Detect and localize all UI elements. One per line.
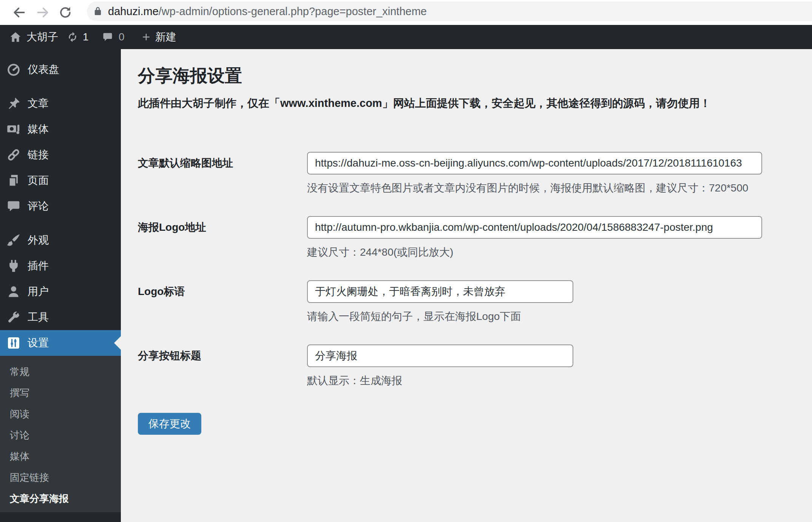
sidebar-item-comments[interactable]: 评论 [0, 193, 121, 219]
menu-separator [0, 219, 121, 227]
submenu-item-media[interactable]: 媒体 [0, 446, 121, 467]
page-title: 分享海报设置 [138, 64, 242, 88]
settings-page: 分享海报设置 此插件由大胡子制作，仅在「www.xintheme.com」网站上… [121, 49, 812, 522]
wp-admin-bar: 大胡子 1 0 新建 [0, 25, 812, 49]
sidebar-item-label: 工具 [28, 310, 49, 324]
field-label: Logo标语 [138, 280, 304, 303]
forward-icon[interactable] [36, 5, 50, 20]
admin-menu: 仪表盘 文章 媒体 [0, 49, 121, 512]
comments-icon [6, 199, 21, 214]
sidebar-item-plugins[interactable]: 插件 [0, 253, 121, 279]
screen: dahuzi.me/wp-admin/options-general.php?p… [0, 0, 812, 522]
menu-separator [0, 82, 121, 91]
settings-submenu: 常规 撰写 阅读 讨论 媒体 固定链接 文章分享海报 [0, 356, 121, 512]
comment-icon [102, 31, 113, 43]
site-name: 大胡子 [26, 30, 58, 44]
tools-icon [6, 310, 21, 325]
pushpin-icon [6, 96, 21, 111]
sidebar-item-label: 页面 [28, 173, 49, 188]
sidebar-item-users[interactable]: 用户 [0, 279, 121, 304]
admin-bar-site-link[interactable]: 大胡子 [9, 25, 58, 49]
dashboard-icon [6, 62, 21, 77]
admin-sidebar: 仪表盘 文章 媒体 [0, 49, 121, 522]
submenu-item-poster[interactable]: 文章分享海报 [0, 488, 121, 509]
logo-slogan-input[interactable] [307, 280, 573, 303]
media-icon [6, 122, 21, 137]
save-changes-button[interactable]: 保存更改 [138, 413, 201, 435]
home-icon [9, 31, 22, 43]
plus-icon [140, 31, 152, 43]
sidebar-item-media[interactable]: 媒体 [0, 116, 121, 142]
update-count: 1 [83, 31, 89, 43]
field-help: 建议尺寸：244*80(或同比放大) [307, 245, 762, 259]
sidebar-item-appearance[interactable]: 外观 [0, 227, 121, 253]
url-domain: dahuzi.me [108, 5, 159, 17]
users-icon [6, 284, 21, 299]
sidebar-item-label: 链接 [28, 148, 49, 162]
admin-bar-comments-link[interactable]: 0 [102, 25, 125, 49]
logo-url-input[interactable] [307, 216, 762, 239]
sidebar-item-label: 插件 [28, 259, 49, 273]
submenu-item-permalinks[interactable]: 固定链接 [0, 467, 121, 488]
sidebar-item-links[interactable]: 链接 [0, 142, 121, 168]
lock-icon [92, 6, 103, 17]
submenu-item-reading[interactable]: 阅读 [0, 403, 121, 425]
plugin-icon [6, 258, 21, 273]
sidebar-item-posts[interactable]: 文章 [0, 91, 121, 116]
comment-count: 0 [119, 31, 125, 43]
sidebar-item-label: 用户 [28, 284, 49, 299]
sidebar-item-label: 媒体 [28, 122, 49, 136]
reload-icon[interactable] [58, 5, 73, 20]
sidebar-item-dashboard[interactable]: 仪表盘 [0, 57, 121, 82]
pages-icon [6, 173, 21, 188]
sidebar-item-pages[interactable]: 页面 [0, 168, 121, 193]
sidebar-item-label: 仪表盘 [28, 62, 59, 77]
active-item-notch [114, 336, 121, 350]
field-label: 海报Logo地址 [138, 216, 304, 239]
browser-chrome: dahuzi.me/wp-admin/options-general.php?p… [0, 0, 812, 25]
admin-bar-new-link[interactable]: 新建 [140, 25, 176, 49]
share-button-title-input[interactable] [307, 344, 573, 367]
address-bar[interactable]: dahuzi.me/wp-admin/options-general.php?p… [87, 2, 812, 21]
field-help: 默认显示：生成海报 [307, 374, 573, 388]
sidebar-item-label: 外观 [28, 233, 49, 247]
settings-icon [6, 335, 21, 351]
field-help: 请输入一段简短的句子，显示在海报Logo下面 [307, 309, 573, 324]
appearance-icon [6, 233, 21, 248]
field-label: 文章默认缩略图地址 [138, 152, 304, 175]
admin-bar-updates-link[interactable]: 1 [66, 25, 89, 49]
url-path: /wp-admin/options-general.php?page=poste… [159, 5, 427, 17]
sidebar-item-tools[interactable]: 工具 [0, 304, 121, 330]
new-label: 新建 [155, 30, 176, 44]
link-icon [6, 147, 21, 162]
sidebar-item-label: 设置 [28, 336, 49, 350]
url-text: dahuzi.me/wp-admin/options-general.php?p… [108, 5, 427, 18]
sidebar-item-settings[interactable]: 设置 [0, 330, 121, 356]
field-label: 分享按钮标题 [138, 344, 304, 367]
sidebar-item-label: 评论 [28, 199, 49, 213]
plugin-notice: 此插件由大胡子制作，仅在「www.xintheme.com」网站上面提供下载，安… [138, 96, 711, 111]
thumbnail-url-input[interactable] [307, 152, 762, 175]
submenu-item-writing[interactable]: 撰写 [0, 382, 121, 403]
updates-icon [66, 31, 79, 43]
back-icon[interactable] [12, 5, 26, 20]
submenu-item-general[interactable]: 常规 [0, 361, 121, 382]
field-help: 没有设置文章特色图片或者文章内没有图片的时候，海报使用默认缩略图，建议尺寸：72… [307, 181, 762, 195]
sidebar-item-label: 文章 [28, 96, 49, 111]
submenu-item-discussion[interactable]: 讨论 [0, 425, 121, 446]
